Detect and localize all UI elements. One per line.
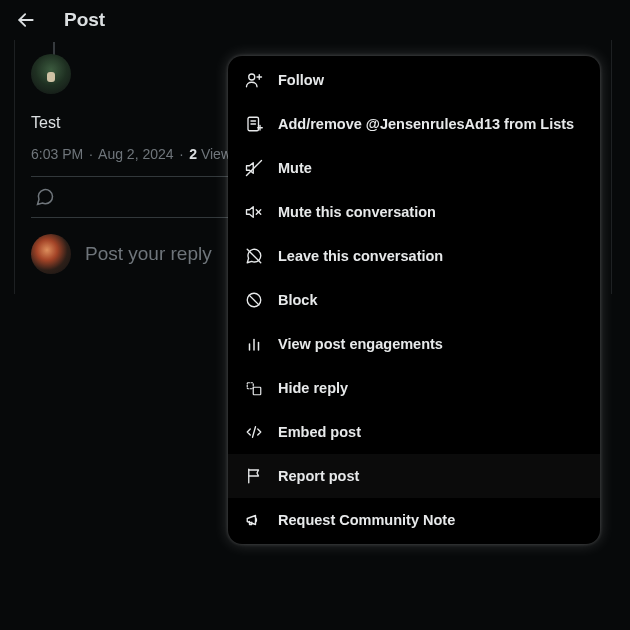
menu-item-hide-reply[interactable]: Hide reply <box>228 366 600 410</box>
block-icon <box>244 290 264 310</box>
menu-item-mute[interactable]: Mute <box>228 146 600 190</box>
menu-item-label: Report post <box>278 468 359 484</box>
embed-icon <box>244 422 264 442</box>
menu-item-label: View post engagements <box>278 336 443 352</box>
menu-item-label: Embed post <box>278 424 361 440</box>
menu-item-user-plus[interactable]: Follow <box>228 58 600 102</box>
menu-item-label: Add/remove @JensenrulesAd13 from Lists <box>278 116 574 132</box>
user-plus-icon <box>244 70 264 90</box>
menu-item-block[interactable]: Block <box>228 278 600 322</box>
list-add-icon <box>244 114 264 134</box>
menu-item-label: Hide reply <box>278 380 348 396</box>
mute-convo-icon <box>244 202 264 222</box>
svg-rect-21 <box>253 387 261 395</box>
menu-item-label: Mute <box>278 160 312 176</box>
menu-item-mute-convo[interactable]: Mute this conversation <box>228 190 600 234</box>
leave-convo-icon <box>244 246 264 266</box>
svg-point-1 <box>249 74 255 80</box>
menu-item-label: Request Community Note <box>278 512 455 528</box>
megaphone-icon <box>244 510 264 530</box>
svg-line-10 <box>247 161 262 176</box>
menu-item-embed[interactable]: Embed post <box>228 410 600 454</box>
mute-icon <box>244 158 264 178</box>
menu-item-chart[interactable]: View post engagements <box>228 322 600 366</box>
menu-item-label: Block <box>278 292 318 308</box>
chart-icon <box>244 334 264 354</box>
svg-line-16 <box>249 295 259 305</box>
menu-item-list-add[interactable]: Add/remove @JensenrulesAd13 from Lists <box>228 102 600 146</box>
svg-line-22 <box>253 427 256 438</box>
menu-item-label: Mute this conversation <box>278 204 436 220</box>
menu-item-flag[interactable]: Report post <box>228 454 600 498</box>
menu-item-leave-convo[interactable]: Leave this conversation <box>228 234 600 278</box>
menu-item-label: Leave this conversation <box>278 248 443 264</box>
context-menu: FollowAdd/remove @JensenrulesAd13 from L… <box>228 56 600 544</box>
menu-item-label: Follow <box>278 72 324 88</box>
svg-rect-20 <box>247 383 253 389</box>
flag-icon <box>244 466 264 486</box>
svg-marker-11 <box>247 207 254 218</box>
menu-item-megaphone[interactable]: Request Community Note <box>228 498 600 542</box>
hide-reply-icon <box>244 378 264 398</box>
